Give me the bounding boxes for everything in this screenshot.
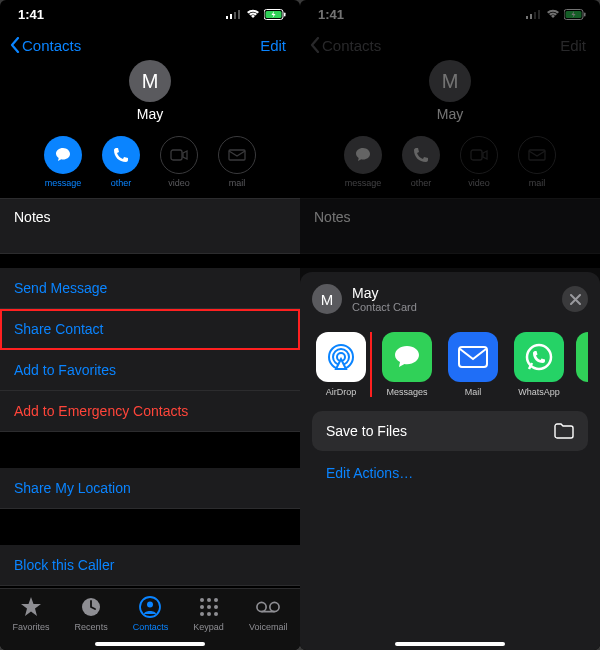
cellular-icon xyxy=(526,9,542,19)
svg-rect-31 xyxy=(471,150,482,160)
quick-mail[interactable]: mail xyxy=(218,136,256,188)
close-button[interactable] xyxy=(562,286,588,312)
home-indicator[interactable] xyxy=(95,642,205,646)
contact-name: May xyxy=(437,106,463,122)
spacer xyxy=(0,432,300,468)
share-apps-row: AirDrop Messages Mail WhatsApp xyxy=(314,332,588,397)
notes-section[interactable]: Notes xyxy=(0,198,300,254)
status-time: 1:41 xyxy=(318,7,344,22)
svg-point-22 xyxy=(270,602,279,611)
video-icon xyxy=(160,136,198,174)
tab-favorites[interactable]: Favorites xyxy=(13,595,50,632)
svg-point-18 xyxy=(200,612,204,616)
edit-button[interactable]: Edit xyxy=(260,37,290,54)
messages-label: Messages xyxy=(386,387,427,397)
home-indicator[interactable] xyxy=(395,642,505,646)
actions-list: Send Message Share Contact Add to Favori… xyxy=(0,268,300,586)
whatsapp-label: WhatsApp xyxy=(518,387,560,397)
quick-mail-label: mail xyxy=(229,178,246,188)
star-icon xyxy=(19,595,43,619)
video-icon xyxy=(460,136,498,174)
quick-video[interactable]: video xyxy=(160,136,198,188)
send-message-row[interactable]: Send Message xyxy=(0,268,300,309)
share-contact-row[interactable]: Share Contact xyxy=(0,309,300,350)
contact-header: M May xyxy=(0,60,300,122)
tab-keypad[interactable]: Keypad xyxy=(193,595,224,632)
svg-rect-32 xyxy=(529,150,545,160)
quick-other[interactable]: other xyxy=(102,136,140,188)
app-messages[interactable]: Messages xyxy=(380,332,434,397)
contact-header: M May xyxy=(300,60,600,122)
svg-point-19 xyxy=(207,612,211,616)
quick-actions: message other video mail xyxy=(0,136,300,188)
share-location-row[interactable]: Share My Location xyxy=(0,468,300,509)
svg-rect-8 xyxy=(229,150,245,160)
app-mail[interactable]: Mail xyxy=(446,332,500,397)
mail-app-icon xyxy=(448,332,498,382)
tab-voicemail[interactable]: Voicemail xyxy=(249,595,288,632)
phone-right: 1:41 Contacts Edit M May message other v… xyxy=(300,0,600,650)
sheet-avatar: M xyxy=(312,284,342,314)
mail-icon xyxy=(518,136,556,174)
status-time: 1:41 xyxy=(18,7,44,22)
avatar[interactable]: M xyxy=(129,60,171,102)
svg-point-20 xyxy=(214,612,218,616)
svg-rect-7 xyxy=(171,150,182,160)
voicemail-icon xyxy=(256,595,280,619)
quick-actions: message other video mail xyxy=(300,136,600,188)
battery-icon xyxy=(264,9,286,20)
svg-rect-30 xyxy=(584,12,586,16)
svg-point-15 xyxy=(200,605,204,609)
chevron-left-icon xyxy=(10,37,20,53)
svg-rect-27 xyxy=(538,10,540,19)
edit-actions-row[interactable]: Edit Actions… xyxy=(312,451,588,489)
app-partial[interactable] xyxy=(578,332,588,397)
add-favorites-row[interactable]: Add to Favorites xyxy=(0,350,300,391)
tab-recents[interactable]: Recents xyxy=(75,595,108,632)
avatar: M xyxy=(429,60,471,102)
whatsapp-icon xyxy=(514,332,564,382)
keypad-icon xyxy=(197,595,221,619)
quick-other-label: other xyxy=(111,178,132,188)
message-icon xyxy=(344,136,382,174)
svg-point-16 xyxy=(207,605,211,609)
wifi-icon xyxy=(246,9,260,19)
quick-other: other xyxy=(402,136,440,188)
tab-bar: Favorites Recents Contacts Keypad Voicem… xyxy=(0,588,300,650)
svg-rect-6 xyxy=(284,12,286,16)
svg-rect-2 xyxy=(234,12,236,19)
folder-icon xyxy=(554,423,574,439)
svg-rect-24 xyxy=(526,16,528,19)
block-caller-row[interactable]: Block this Caller xyxy=(0,545,300,586)
phone-icon xyxy=(102,136,140,174)
spacer xyxy=(0,509,300,545)
save-to-files-row[interactable]: Save to Files xyxy=(312,411,588,451)
save-files-label: Save to Files xyxy=(326,423,407,439)
svg-point-21 xyxy=(257,602,266,611)
close-icon xyxy=(570,294,581,305)
sheet-subtitle: Contact Card xyxy=(352,301,552,313)
svg-rect-3 xyxy=(238,10,240,19)
back-label: Contacts xyxy=(22,37,81,54)
messages-icon xyxy=(382,332,432,382)
app-airdrop[interactable]: AirDrop xyxy=(314,332,368,397)
status-icons xyxy=(526,9,586,20)
sheet-header: M May Contact Card xyxy=(312,284,588,314)
quick-video: video xyxy=(460,136,498,188)
status-bar: 1:41 xyxy=(0,0,300,28)
add-emergency-row[interactable]: Add to Emergency Contacts xyxy=(0,391,300,432)
quick-message-label: message xyxy=(45,178,82,188)
svg-point-14 xyxy=(214,598,218,602)
quick-message: message xyxy=(344,136,382,188)
phone-icon xyxy=(402,136,440,174)
quick-message[interactable]: message xyxy=(44,136,82,188)
status-icons xyxy=(226,9,286,20)
contacts-icon xyxy=(138,595,162,619)
partial-app-icon xyxy=(576,332,588,382)
tab-contacts[interactable]: Contacts xyxy=(133,595,169,632)
back-button: Contacts xyxy=(310,37,381,54)
app-whatsapp[interactable]: WhatsApp xyxy=(512,332,566,397)
chevron-left-icon xyxy=(310,37,320,53)
battery-icon xyxy=(564,9,586,20)
back-button[interactable]: Contacts xyxy=(10,37,81,54)
